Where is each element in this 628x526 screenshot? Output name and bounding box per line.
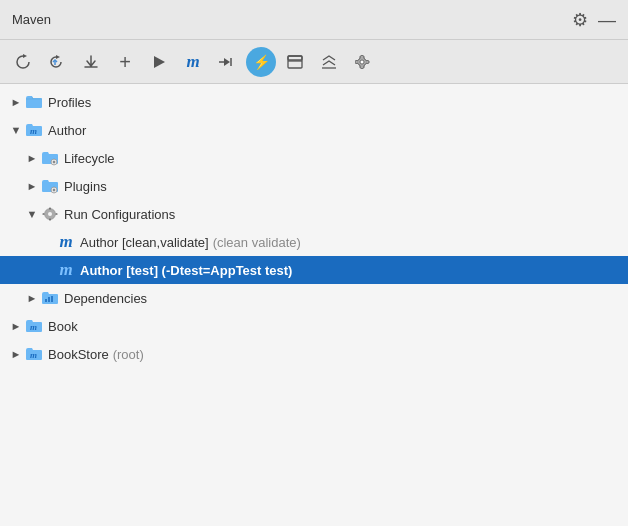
svg-point-11 xyxy=(53,161,55,163)
minimize-icon[interactable]: — xyxy=(598,11,616,29)
tree-row[interactable]: ► m BookStore (root) xyxy=(0,340,628,368)
window-title: Maven xyxy=(12,12,51,27)
maven-button[interactable]: m xyxy=(178,47,208,77)
plus-icon: + xyxy=(119,52,131,72)
svg-rect-24 xyxy=(49,208,51,210)
refresh-button[interactable] xyxy=(8,47,38,77)
svg-text:m: m xyxy=(30,350,37,360)
add-button[interactable]: + xyxy=(110,47,140,77)
tree-row[interactable]: ► Lifecycle xyxy=(0,144,628,172)
auto-reload-button[interactable]: ⚡ xyxy=(246,47,276,77)
tree-arrow: ▼ xyxy=(8,124,24,136)
gear-icon xyxy=(40,204,60,224)
run-clean-label: Author [clean,validate] xyxy=(80,235,209,250)
run-clean-hint: (clean validate) xyxy=(213,235,301,250)
plugins-label: Plugins xyxy=(64,179,107,194)
tree-row[interactable]: ► m Book xyxy=(0,312,628,340)
tree-arrow: ► xyxy=(24,292,40,304)
run-button[interactable] xyxy=(144,47,174,77)
refresh-all-button[interactable] xyxy=(42,47,72,77)
tree-arrow: ► xyxy=(8,348,24,360)
svg-point-17 xyxy=(53,189,55,191)
title-bar-controls: ⚙ — xyxy=(572,11,616,29)
svg-rect-30 xyxy=(51,296,53,302)
svg-text:m: m xyxy=(30,126,37,136)
author-label: Author xyxy=(48,123,86,138)
profiles-label: Profiles xyxy=(48,95,91,110)
svg-rect-26 xyxy=(43,213,45,215)
book-label: Book xyxy=(48,319,78,334)
lifecycle-label: Lifecycle xyxy=(64,151,115,166)
svg-marker-0 xyxy=(154,56,165,68)
view-toggle-button[interactable] xyxy=(280,47,310,77)
tree-row[interactable]: ► Plugins xyxy=(0,172,628,200)
maven-run-icon: m xyxy=(56,232,76,252)
tree-arrow: ► xyxy=(8,320,24,332)
download-button[interactable] xyxy=(76,47,106,77)
dependencies-label: Dependencies xyxy=(64,291,147,306)
svg-point-23 xyxy=(48,212,52,216)
folder-blue-icon xyxy=(24,92,44,112)
tree-row[interactable]: ► m Author [test] (-Dtest=AppTest test) xyxy=(0,256,628,284)
tree-row[interactable]: ► Profiles xyxy=(0,88,628,116)
maven-m-icon: m xyxy=(186,52,199,72)
svg-rect-27 xyxy=(56,213,58,215)
svg-rect-29 xyxy=(48,297,50,302)
maven-run-selected-icon: m xyxy=(56,260,76,280)
svg-point-8 xyxy=(360,60,364,64)
svg-rect-6 xyxy=(288,56,302,68)
tree-arrow: ► xyxy=(24,152,40,164)
folder-deps-icon xyxy=(40,288,60,308)
skip-test-button[interactable] xyxy=(212,47,242,77)
tree-row[interactable]: ▼ Run Configurations xyxy=(0,200,628,228)
bookstore-label: BookStore xyxy=(48,347,109,362)
tree-arrow: ► xyxy=(8,96,24,108)
tree-arrow: ► xyxy=(24,180,40,192)
maven-module-icon: m xyxy=(24,316,44,336)
lightning-icon: ⚡ xyxy=(253,54,270,70)
svg-rect-25 xyxy=(49,219,51,221)
folder-gear-icon xyxy=(40,148,60,168)
toolbar: + m ⚡ xyxy=(0,40,628,84)
collapse-all-button[interactable] xyxy=(314,47,344,77)
tree-area: ► Profiles ▼ m Author ► xyxy=(0,84,628,526)
tree-row[interactable]: ► Dependencies xyxy=(0,284,628,312)
maven-module-icon: m xyxy=(24,344,44,364)
svg-marker-2 xyxy=(224,58,230,66)
svg-text:m: m xyxy=(30,322,37,332)
run-test-label: Author [test] (-Dtest=AppTest test) xyxy=(80,263,292,278)
tree-arrow: ▼ xyxy=(24,208,40,220)
title-bar: Maven ⚙ — xyxy=(0,0,628,40)
bookstore-hint: (root) xyxy=(113,347,144,362)
tree-row[interactable]: ► m Author [clean,validate] (clean valid… xyxy=(0,228,628,256)
settings-button[interactable] xyxy=(348,47,378,77)
tree-row[interactable]: ▼ m Author xyxy=(0,116,628,144)
settings-icon[interactable]: ⚙ xyxy=(572,11,588,29)
maven-module-icon: m xyxy=(24,120,44,140)
svg-rect-28 xyxy=(45,299,47,302)
folder-gear-icon xyxy=(40,176,60,196)
run-configs-label: Run Configurations xyxy=(64,207,175,222)
